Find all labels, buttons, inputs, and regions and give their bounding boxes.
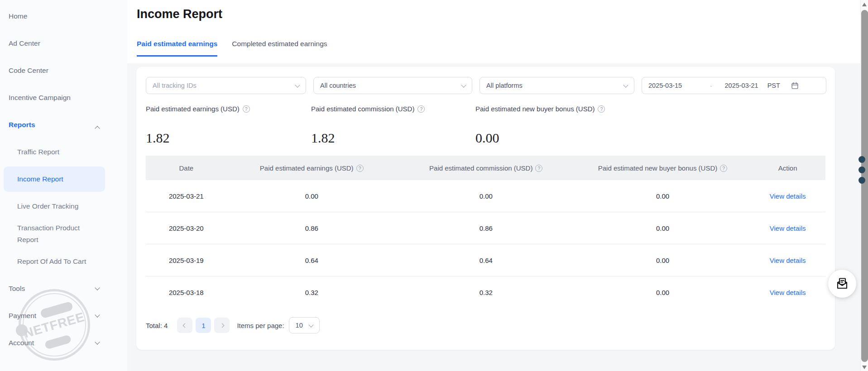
sidebar-nav: Home Ad Center Code Center Incentive Cam… bbox=[0, 0, 127, 357]
view-details-link[interactable]: View details bbox=[770, 224, 806, 232]
sidebar-item-reports[interactable]: Reports bbox=[0, 111, 127, 138]
scroll-down-arrow-icon[interactable] bbox=[862, 366, 867, 369]
table-cell: 0.00 bbox=[575, 257, 750, 264]
column-header-paid-estimated-new-buyer-bonus: Paid estimated new buyer bonus (USD) bbox=[575, 164, 750, 172]
sidebar-item-code-center[interactable]: Code Center bbox=[0, 57, 127, 84]
table-cell: 0.32 bbox=[227, 289, 397, 296]
table-cell: 2025-03-21 bbox=[146, 192, 227, 200]
sidebar-item-traffic-report[interactable]: Traffic Report bbox=[0, 138, 127, 166]
table-header: Date Paid estimated earnings (USD) Paid … bbox=[146, 156, 825, 180]
table-cell: 0.00 bbox=[397, 192, 575, 200]
table-cell-action: View details bbox=[750, 289, 825, 296]
date-range-picker[interactable]: 2025-03-15 2025-03-21 PST bbox=[642, 77, 826, 94]
pagination: Total: 4 1 Items per page: 10 bbox=[136, 317, 835, 333]
scroll-marker-dot bbox=[858, 177, 865, 184]
column-header-date: Date bbox=[146, 164, 227, 172]
table-cell-action: View details bbox=[750, 257, 825, 264]
earnings-table: Date Paid estimated earnings (USD) Paid … bbox=[146, 156, 825, 309]
help-icon[interactable] bbox=[356, 165, 364, 172]
timezone-label: PST bbox=[767, 82, 780, 89]
table-cell: 2025-03-20 bbox=[146, 224, 227, 232]
platforms-select[interactable]: All platforms bbox=[480, 77, 634, 94]
page-title: Income Report bbox=[137, 7, 222, 21]
date-end-value: 2025-03-21 bbox=[725, 82, 758, 89]
stat-paid-estimated-new-buyer-bonus: Paid estimated new buyer bonus (USD) 0.0… bbox=[475, 105, 825, 146]
summary-stats: Paid estimated earnings (USD) 1.82 Paid … bbox=[136, 105, 835, 146]
sidebar-item-report-of-add-to-cart[interactable]: Report Of Add To Cart bbox=[0, 248, 127, 275]
scroll-marker-dot bbox=[858, 156, 865, 163]
table-cell-action: View details bbox=[750, 192, 825, 200]
scrollbar-thumb[interactable] bbox=[861, 10, 868, 362]
sidebar-item-tools[interactable]: Tools bbox=[0, 275, 127, 302]
messages-fab[interactable] bbox=[828, 270, 856, 298]
help-icon[interactable] bbox=[535, 165, 542, 172]
table-cell: 0.00 bbox=[575, 289, 750, 296]
sidebar: NETFREE Home Ad Center Code Center Incen… bbox=[0, 0, 127, 371]
report-card: All tracking IDs All countries All platf… bbox=[136, 67, 835, 350]
page-number-button[interactable]: 1 bbox=[196, 318, 211, 333]
sidebar-item-incentive-campaign[interactable]: Incentive Campaign bbox=[0, 84, 127, 111]
chevron-right-icon bbox=[220, 323, 224, 328]
view-details-link[interactable]: View details bbox=[770, 192, 806, 200]
column-header-action: Action bbox=[750, 164, 825, 172]
stat-value: 0.00 bbox=[475, 130, 825, 146]
envelope-icon bbox=[835, 276, 849, 291]
date-separator bbox=[710, 82, 712, 89]
help-icon[interactable] bbox=[598, 105, 605, 113]
table-row: 2025-03-180.320.320.00View details bbox=[146, 276, 825, 309]
view-details-link[interactable]: View details bbox=[770, 289, 806, 296]
help-icon[interactable] bbox=[417, 105, 425, 113]
filters-row: All tracking IDs All countries All platf… bbox=[136, 67, 835, 94]
sidebar-item-account[interactable]: Account bbox=[0, 329, 127, 357]
table-cell: 0.00 bbox=[227, 192, 397, 200]
table-row: 2025-03-190.640.640.00View details bbox=[146, 244, 825, 276]
stat-label: Paid estimated new buyer bonus (USD) bbox=[475, 105, 595, 113]
scroll-up-arrow-icon[interactable] bbox=[862, 3, 867, 6]
tracking-ids-select[interactable]: All tracking IDs bbox=[146, 77, 306, 94]
table-cell: 2025-03-18 bbox=[146, 289, 227, 296]
sidebar-item-ad-center[interactable]: Ad Center bbox=[0, 30, 127, 57]
table-row: 2025-03-200.860.860.00View details bbox=[146, 212, 825, 244]
table-cell: 0.86 bbox=[227, 224, 397, 232]
prev-page-button[interactable] bbox=[177, 318, 192, 333]
stat-label: Paid estimated earnings (USD) bbox=[146, 105, 240, 113]
chevron-down-icon bbox=[308, 322, 313, 327]
main-header: Income Report Paid estimated earnings Co… bbox=[127, 0, 861, 63]
table-cell: 0.00 bbox=[575, 192, 750, 200]
content-area: All tracking IDs All countries All platf… bbox=[127, 63, 861, 371]
total-count: Total: 4 bbox=[146, 322, 168, 329]
date-start-value: 2025-03-15 bbox=[648, 82, 682, 89]
table-row: 2025-03-210.000.000.00View details bbox=[146, 180, 825, 212]
stat-paid-estimated-commission: Paid estimated commission (USD) 1.82 bbox=[311, 105, 475, 146]
chevron-left-icon bbox=[182, 323, 187, 328]
column-header-paid-estimated-earnings: Paid estimated earnings (USD) bbox=[227, 164, 397, 172]
stat-value: 1.82 bbox=[311, 130, 475, 146]
sidebar-item-home[interactable]: Home bbox=[0, 3, 127, 30]
sidebar-item-transaction-product-report[interactable]: Transaction Product Report bbox=[0, 220, 127, 248]
tab-paid-estimated-earnings[interactable]: Paid estimated earnings bbox=[137, 40, 217, 57]
scrollbar[interactable] bbox=[860, 0, 868, 371]
table-cell: 2025-03-19 bbox=[146, 257, 227, 264]
table-cell: 0.86 bbox=[397, 224, 575, 232]
page-size-select[interactable]: 10 bbox=[289, 317, 320, 333]
table-cell: 0.64 bbox=[227, 257, 397, 264]
chevron-down-icon bbox=[295, 82, 300, 87]
help-icon[interactable] bbox=[243, 105, 250, 113]
table-cell: 0.64 bbox=[397, 257, 575, 264]
view-details-link[interactable]: View details bbox=[770, 257, 806, 264]
calendar-icon bbox=[791, 82, 799, 90]
sidebar-item-income-report[interactable]: Income Report bbox=[4, 166, 105, 192]
sidebar-item-live-order-tracking[interactable]: Live Order Tracking bbox=[0, 193, 127, 220]
column-header-paid-estimated-commission: Paid estimated commission (USD) bbox=[397, 164, 575, 172]
chevron-down-icon bbox=[623, 82, 628, 87]
affiliate-dashboard: NETFREE Home Ad Center Code Center Incen… bbox=[0, 0, 868, 371]
sidebar-item-payment[interactable]: Payment bbox=[0, 302, 127, 329]
table-cell: 0.32 bbox=[397, 289, 575, 296]
stat-label: Paid estimated commission (USD) bbox=[311, 105, 414, 113]
next-page-button[interactable] bbox=[214, 318, 230, 333]
tab-completed-estimated-earnings[interactable]: Completed estimated earnings bbox=[232, 40, 327, 57]
table-cell: 0.00 bbox=[575, 224, 750, 232]
chevron-down-icon bbox=[461, 82, 466, 87]
countries-select[interactable]: All countries bbox=[313, 77, 472, 94]
help-icon[interactable] bbox=[720, 165, 727, 172]
